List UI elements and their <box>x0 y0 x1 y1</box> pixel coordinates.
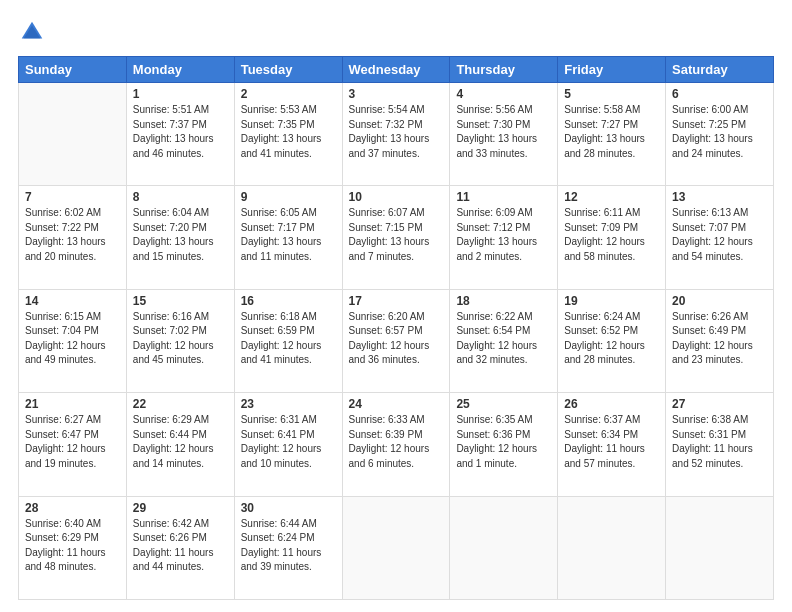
day-number: 3 <box>349 87 444 101</box>
calendar-cell: 1Sunrise: 5:51 AMSunset: 7:37 PMDaylight… <box>126 83 234 186</box>
calendar-cell <box>450 496 558 599</box>
calendar-week-0: 1Sunrise: 5:51 AMSunset: 7:37 PMDaylight… <box>19 83 774 186</box>
calendar-cell: 30Sunrise: 6:44 AMSunset: 6:24 PMDayligh… <box>234 496 342 599</box>
calendar-cell: 5Sunrise: 5:58 AMSunset: 7:27 PMDaylight… <box>558 83 666 186</box>
calendar-header-wednesday: Wednesday <box>342 57 450 83</box>
calendar-header-thursday: Thursday <box>450 57 558 83</box>
calendar-cell: 27Sunrise: 6:38 AMSunset: 6:31 PMDayligh… <box>666 393 774 496</box>
day-number: 24 <box>349 397 444 411</box>
calendar-header-monday: Monday <box>126 57 234 83</box>
calendar-cell: 9Sunrise: 6:05 AMSunset: 7:17 PMDaylight… <box>234 186 342 289</box>
calendar-week-2: 14Sunrise: 6:15 AMSunset: 7:04 PMDayligh… <box>19 289 774 392</box>
calendar-cell: 21Sunrise: 6:27 AMSunset: 6:47 PMDayligh… <box>19 393 127 496</box>
header <box>18 18 774 46</box>
cell-details: Sunrise: 5:51 AMSunset: 7:37 PMDaylight:… <box>133 103 228 161</box>
calendar-header-saturday: Saturday <box>666 57 774 83</box>
logo-icon <box>18 18 46 46</box>
calendar-cell: 25Sunrise: 6:35 AMSunset: 6:36 PMDayligh… <box>450 393 558 496</box>
calendar-cell: 24Sunrise: 6:33 AMSunset: 6:39 PMDayligh… <box>342 393 450 496</box>
calendar-header-row: SundayMondayTuesdayWednesdayThursdayFrid… <box>19 57 774 83</box>
day-number: 30 <box>241 501 336 515</box>
cell-details: Sunrise: 6:35 AMSunset: 6:36 PMDaylight:… <box>456 413 551 471</box>
calendar-cell: 12Sunrise: 6:11 AMSunset: 7:09 PMDayligh… <box>558 186 666 289</box>
cell-details: Sunrise: 6:15 AMSunset: 7:04 PMDaylight:… <box>25 310 120 368</box>
calendar: SundayMondayTuesdayWednesdayThursdayFrid… <box>18 56 774 600</box>
day-number: 20 <box>672 294 767 308</box>
calendar-cell: 26Sunrise: 6:37 AMSunset: 6:34 PMDayligh… <box>558 393 666 496</box>
cell-details: Sunrise: 6:44 AMSunset: 6:24 PMDaylight:… <box>241 517 336 575</box>
day-number: 16 <box>241 294 336 308</box>
calendar-cell: 14Sunrise: 6:15 AMSunset: 7:04 PMDayligh… <box>19 289 127 392</box>
cell-details: Sunrise: 6:11 AMSunset: 7:09 PMDaylight:… <box>564 206 659 264</box>
calendar-cell <box>19 83 127 186</box>
cell-details: Sunrise: 6:09 AMSunset: 7:12 PMDaylight:… <box>456 206 551 264</box>
calendar-week-1: 7Sunrise: 6:02 AMSunset: 7:22 PMDaylight… <box>19 186 774 289</box>
calendar-cell: 23Sunrise: 6:31 AMSunset: 6:41 PMDayligh… <box>234 393 342 496</box>
cell-details: Sunrise: 6:40 AMSunset: 6:29 PMDaylight:… <box>25 517 120 575</box>
calendar-cell: 3Sunrise: 5:54 AMSunset: 7:32 PMDaylight… <box>342 83 450 186</box>
calendar-cell: 17Sunrise: 6:20 AMSunset: 6:57 PMDayligh… <box>342 289 450 392</box>
calendar-cell: 7Sunrise: 6:02 AMSunset: 7:22 PMDaylight… <box>19 186 127 289</box>
day-number: 7 <box>25 190 120 204</box>
cell-details: Sunrise: 5:54 AMSunset: 7:32 PMDaylight:… <box>349 103 444 161</box>
logo <box>18 18 50 46</box>
day-number: 5 <box>564 87 659 101</box>
cell-details: Sunrise: 6:07 AMSunset: 7:15 PMDaylight:… <box>349 206 444 264</box>
cell-details: Sunrise: 6:42 AMSunset: 6:26 PMDaylight:… <box>133 517 228 575</box>
cell-details: Sunrise: 6:02 AMSunset: 7:22 PMDaylight:… <box>25 206 120 264</box>
day-number: 23 <box>241 397 336 411</box>
day-number: 22 <box>133 397 228 411</box>
cell-details: Sunrise: 5:53 AMSunset: 7:35 PMDaylight:… <box>241 103 336 161</box>
calendar-cell: 6Sunrise: 6:00 AMSunset: 7:25 PMDaylight… <box>666 83 774 186</box>
day-number: 9 <box>241 190 336 204</box>
calendar-cell: 22Sunrise: 6:29 AMSunset: 6:44 PMDayligh… <box>126 393 234 496</box>
day-number: 13 <box>672 190 767 204</box>
cell-details: Sunrise: 5:58 AMSunset: 7:27 PMDaylight:… <box>564 103 659 161</box>
cell-details: Sunrise: 6:29 AMSunset: 6:44 PMDaylight:… <box>133 413 228 471</box>
cell-details: Sunrise: 6:22 AMSunset: 6:54 PMDaylight:… <box>456 310 551 368</box>
cell-details: Sunrise: 6:18 AMSunset: 6:59 PMDaylight:… <box>241 310 336 368</box>
day-number: 25 <box>456 397 551 411</box>
calendar-cell: 29Sunrise: 6:42 AMSunset: 6:26 PMDayligh… <box>126 496 234 599</box>
calendar-cell: 28Sunrise: 6:40 AMSunset: 6:29 PMDayligh… <box>19 496 127 599</box>
calendar-cell: 19Sunrise: 6:24 AMSunset: 6:52 PMDayligh… <box>558 289 666 392</box>
day-number: 28 <box>25 501 120 515</box>
cell-details: Sunrise: 6:26 AMSunset: 6:49 PMDaylight:… <box>672 310 767 368</box>
day-number: 8 <box>133 190 228 204</box>
day-number: 27 <box>672 397 767 411</box>
cell-details: Sunrise: 6:27 AMSunset: 6:47 PMDaylight:… <box>25 413 120 471</box>
cell-details: Sunrise: 6:04 AMSunset: 7:20 PMDaylight:… <box>133 206 228 264</box>
day-number: 10 <box>349 190 444 204</box>
day-number: 2 <box>241 87 336 101</box>
calendar-cell: 11Sunrise: 6:09 AMSunset: 7:12 PMDayligh… <box>450 186 558 289</box>
cell-details: Sunrise: 6:37 AMSunset: 6:34 PMDaylight:… <box>564 413 659 471</box>
calendar-header-friday: Friday <box>558 57 666 83</box>
calendar-header-tuesday: Tuesday <box>234 57 342 83</box>
cell-details: Sunrise: 6:24 AMSunset: 6:52 PMDaylight:… <box>564 310 659 368</box>
day-number: 11 <box>456 190 551 204</box>
calendar-week-3: 21Sunrise: 6:27 AMSunset: 6:47 PMDayligh… <box>19 393 774 496</box>
calendar-cell <box>666 496 774 599</box>
calendar-cell: 15Sunrise: 6:16 AMSunset: 7:02 PMDayligh… <box>126 289 234 392</box>
calendar-cell: 18Sunrise: 6:22 AMSunset: 6:54 PMDayligh… <box>450 289 558 392</box>
cell-details: Sunrise: 6:00 AMSunset: 7:25 PMDaylight:… <box>672 103 767 161</box>
calendar-cell: 10Sunrise: 6:07 AMSunset: 7:15 PMDayligh… <box>342 186 450 289</box>
day-number: 15 <box>133 294 228 308</box>
day-number: 6 <box>672 87 767 101</box>
day-number: 19 <box>564 294 659 308</box>
calendar-cell: 2Sunrise: 5:53 AMSunset: 7:35 PMDaylight… <box>234 83 342 186</box>
day-number: 4 <box>456 87 551 101</box>
day-number: 1 <box>133 87 228 101</box>
calendar-cell <box>342 496 450 599</box>
day-number: 17 <box>349 294 444 308</box>
calendar-cell: 16Sunrise: 6:18 AMSunset: 6:59 PMDayligh… <box>234 289 342 392</box>
calendar-cell: 20Sunrise: 6:26 AMSunset: 6:49 PMDayligh… <box>666 289 774 392</box>
cell-details: Sunrise: 6:16 AMSunset: 7:02 PMDaylight:… <box>133 310 228 368</box>
day-number: 12 <box>564 190 659 204</box>
cell-details: Sunrise: 6:31 AMSunset: 6:41 PMDaylight:… <box>241 413 336 471</box>
calendar-cell: 8Sunrise: 6:04 AMSunset: 7:20 PMDaylight… <box>126 186 234 289</box>
day-number: 14 <box>25 294 120 308</box>
day-number: 21 <box>25 397 120 411</box>
cell-details: Sunrise: 6:20 AMSunset: 6:57 PMDaylight:… <box>349 310 444 368</box>
cell-details: Sunrise: 6:33 AMSunset: 6:39 PMDaylight:… <box>349 413 444 471</box>
